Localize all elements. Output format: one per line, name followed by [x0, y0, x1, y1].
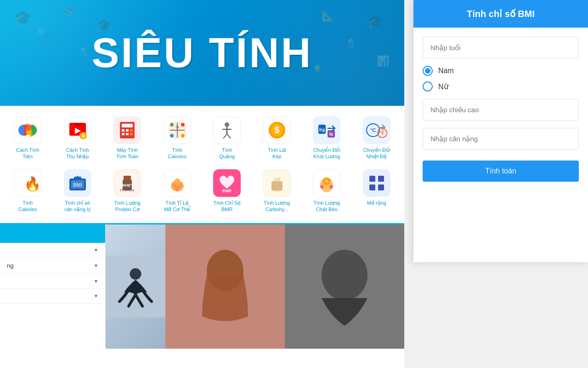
- app-label-khoi-luong: Chuyển ĐổiKhối Lượng: [313, 147, 340, 160]
- svg-point-63: [277, 177, 280, 180]
- bmi-header: Tính chỉ số BMI: [413, 0, 588, 28]
- svg-line-31: [227, 134, 231, 138]
- article-2[interactable]: [165, 224, 285, 349]
- app-item-protein[interactable]: WHEY PROTEIN Tính LượngProtein Cơ: [104, 166, 151, 217]
- app-label-can-nang: Tính chỉ sốcân nặng lý: [64, 200, 90, 213]
- bmi-panel: Tính chỉ số BMI Nam Nữ Tính toán: [413, 0, 588, 262]
- sidebar-menu-item-3[interactable]: ▼: [0, 274, 105, 289]
- sidebar-header: [0, 224, 105, 243]
- gender-group: Nam Nữ: [423, 66, 579, 92]
- app-item-lai-kep[interactable]: $ Tính LãiKép: [254, 113, 300, 164]
- svg-text:PROTEIN: PROTEIN: [120, 189, 135, 192]
- app-label-bmr: Tính Chỉ SốBMR: [213, 200, 241, 213]
- svg-point-25: [181, 134, 185, 138]
- article-1[interactable]: [106, 224, 165, 349]
- gender-female-option[interactable]: Nữ: [423, 81, 579, 92]
- app-label-mo-rong: Mở rộng: [367, 200, 386, 206]
- svg-rect-52: [124, 176, 131, 180]
- app-item-can-nang[interactable]: BMI Tính chỉ sốcân nặng lý: [55, 166, 101, 217]
- svg-text:$: $: [82, 133, 85, 138]
- svg-text:+: +: [31, 180, 34, 186]
- app-item-thu-nhap[interactable]: ▶ $ Cách TínhThu Nhập: [55, 113, 101, 164]
- app-item-tien[interactable]: $ Cách TínhTiền: [5, 113, 51, 164]
- articles-grid: [106, 224, 404, 347]
- sidebar-menu-item-2[interactable]: ng ▼: [0, 258, 105, 274]
- svg-rect-17: [126, 133, 129, 135]
- radio-male[interactable]: [423, 66, 433, 76]
- svg-text:BMR: BMR: [222, 189, 232, 193]
- bmi-title: Tính chỉ số BMI: [467, 9, 535, 19]
- svg-rect-18: [130, 133, 133, 135]
- app-item-chat-beo[interactable]: % Tính LượngChất Béo: [304, 166, 350, 217]
- app-item-mo-rong[interactable]: Mở rộng: [354, 166, 400, 217]
- svg-point-23: [181, 123, 185, 126]
- svg-rect-72: [378, 184, 384, 190]
- apps-grid-row2: 🔥 + + TínhCalories BMI: [5, 166, 400, 217]
- svg-text:Kg: Kg: [319, 127, 325, 132]
- app-label-nhiet-do: Chuyển ĐổiNhiệt Độ: [363, 147, 390, 160]
- apps-section: $ Cách TínhTiền ▶ $ Cách TínhThu Nhập: [0, 106, 404, 223]
- app-label-tien: Cách TínhTiền: [16, 147, 40, 160]
- svg-text:$: $: [29, 131, 33, 138]
- svg-point-58: [175, 188, 179, 191]
- app-label-tinh-toan: Máy TínhTính Toán: [116, 147, 139, 160]
- gender-male-option[interactable]: Nam: [423, 66, 579, 76]
- svg-text:lb: lb: [329, 132, 334, 137]
- app-label-quang: TínhQuảng: [219, 147, 235, 160]
- app-item-calories2[interactable]: 🔥 + + TínhCalories: [5, 166, 51, 217]
- sidebar-left: ▼ ng ▼ ▼ ▼: [0, 224, 106, 347]
- svg-rect-69: [369, 176, 375, 182]
- svg-point-4: [24, 124, 31, 131]
- app-item-carbohy[interactable]: Tính LượngCarbohy...: [254, 166, 300, 217]
- svg-text:%: %: [325, 179, 329, 184]
- svg-line-30: [223, 134, 227, 138]
- calc-button[interactable]: Tính toán: [423, 161, 579, 182]
- app-item-khoi-luong[interactable]: Kg lb Chuyển ĐổiKhối Lượng: [304, 113, 350, 164]
- app-label-carbohy: Tính LượngCarbohy...: [264, 200, 290, 213]
- hero-title: SIÊU TÍNH: [91, 29, 312, 77]
- app-label-chat-beo: Tính LượngChất Béo: [314, 200, 340, 213]
- svg-text:$: $: [274, 125, 279, 135]
- app-item-nhiet-do[interactable]: °C °F Chuyển ĐổiNhiệt Độ: [354, 113, 400, 164]
- svg-text:▶: ▶: [75, 126, 81, 134]
- svg-rect-71: [369, 184, 375, 190]
- svg-rect-57: [175, 178, 180, 186]
- app-item-calories[interactable]: % TínhCalories: [154, 113, 201, 164]
- app-item-tinh-toan[interactable]: Máy TínhTính Toán: [104, 113, 151, 164]
- app-label-mo-co: Tính Tỉ LệMỡ Cơ Thể: [164, 200, 190, 213]
- gender-male-label: Nam: [438, 67, 454, 75]
- svg-point-67: [320, 185, 324, 189]
- svg-text:BMI: BMI: [73, 182, 82, 188]
- svg-rect-70: [378, 176, 384, 182]
- svg-point-24: [170, 134, 174, 138]
- weight-input[interactable]: [423, 128, 579, 150]
- bmi-body: Nam Nữ Tính toán: [413, 28, 588, 191]
- sidebar-menu-item-1[interactable]: ▼: [0, 243, 105, 258]
- svg-rect-16: [122, 133, 124, 135]
- app-item-bmr[interactable]: BMR Tính Chỉ SốBMR: [204, 166, 250, 217]
- radio-male-inner: [425, 68, 430, 74]
- article-3[interactable]: [285, 224, 404, 349]
- app-item-mo-co[interactable]: Tính Tỉ LệMỡ Cơ Thể: [154, 166, 201, 217]
- svg-rect-12: [122, 124, 133, 127]
- svg-rect-61: [271, 181, 283, 190]
- sidebar-menu-item-4[interactable]: ▼: [0, 289, 105, 304]
- gender-female-label: Nữ: [438, 82, 448, 91]
- svg-point-22: [170, 123, 174, 126]
- app-item-quang[interactable]: TínhQuảng: [204, 113, 250, 164]
- age-input[interactable]: [423, 37, 579, 58]
- svg-rect-14: [126, 129, 129, 132]
- svg-point-27: [225, 122, 229, 127]
- app-label-calories2: TínhCalories: [18, 200, 37, 213]
- radio-female[interactable]: [423, 81, 433, 92]
- apps-grid-row1: $ Cách TínhTiền ▶ $ Cách TínhThu Nhập: [5, 113, 400, 164]
- svg-point-74: [130, 268, 141, 280]
- svg-text:%: %: [175, 125, 179, 129]
- height-input[interactable]: [423, 99, 579, 121]
- svg-point-62: [274, 178, 277, 181]
- app-label-lai-kep: Tính LãiKép: [268, 147, 286, 160]
- svg-text:WHEY: WHEY: [121, 183, 134, 188]
- hero-banner: 🎓 🔍 📚 🌐 🔬 🎓 📐 🔬 🎓 📊 💡 SIÊU TÍNH: [0, 0, 404, 106]
- svg-point-68: [329, 185, 333, 189]
- svg-text:°F: °F: [380, 131, 384, 136]
